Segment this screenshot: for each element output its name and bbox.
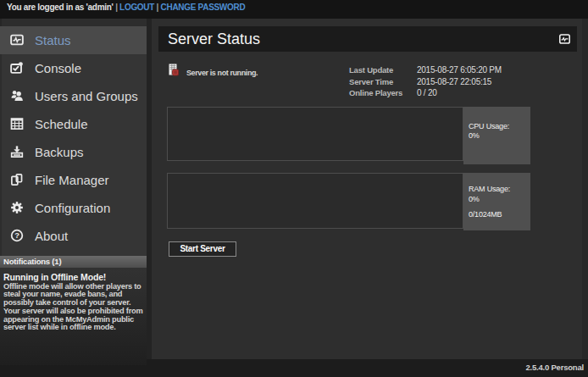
svg-text:?: ? [14,230,19,240]
